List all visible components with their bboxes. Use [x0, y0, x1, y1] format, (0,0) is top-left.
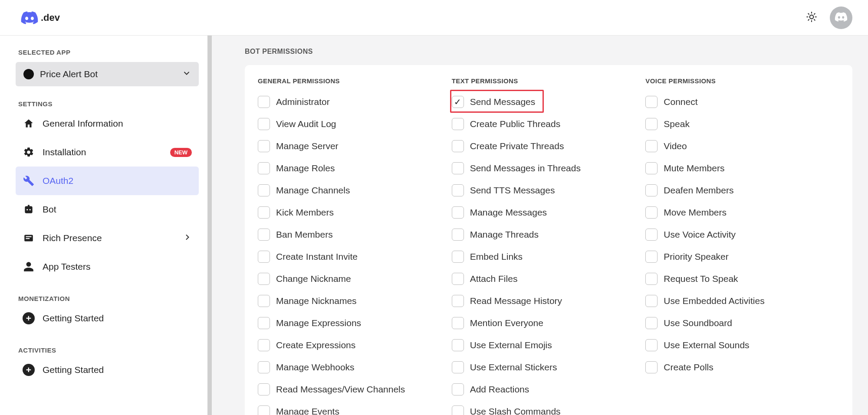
sidebar-item-oauth2[interactable]: OAuth2	[16, 167, 199, 195]
permission-row: Add Reactions	[452, 378, 646, 400]
permission-checkbox[interactable]	[645, 273, 658, 285]
permission-row: Use External Emojis	[452, 334, 646, 356]
discord-avatar-icon	[835, 12, 848, 23]
permission-row: Use Voice Activity	[645, 223, 839, 245]
app-testers-icon	[23, 261, 35, 273]
permission-checkbox[interactable]	[645, 295, 658, 307]
permission-row: Create Expressions	[258, 334, 452, 356]
permission-label: Use External Emojis	[470, 340, 552, 350]
permission-checkbox[interactable]	[452, 206, 464, 219]
permission-label: Connect	[664, 97, 697, 107]
permission-checkbox[interactable]	[258, 140, 270, 152]
permission-checkbox[interactable]	[258, 118, 270, 130]
permission-checkbox[interactable]	[645, 96, 658, 108]
permission-checkbox[interactable]	[258, 295, 270, 307]
permission-checkbox[interactable]	[258, 251, 270, 263]
permission-checkbox[interactable]	[258, 162, 270, 174]
sidebar-item-app-testers[interactable]: App Testers	[16, 252, 199, 281]
voice-permissions-column: VOICE PERMISSIONS ConnectSpeakVideoMute …	[645, 77, 839, 415]
permission-label: Send Messages in Threads	[470, 163, 581, 173]
svg-line-4	[814, 20, 815, 20]
permission-checkbox[interactable]	[452, 229, 464, 241]
theme-toggle-button[interactable]	[804, 10, 819, 26]
permission-row: Speak	[645, 113, 839, 135]
sidebar-item-installation[interactable]: InstallationNEW	[16, 138, 199, 167]
permission-checkbox[interactable]	[258, 96, 270, 108]
permission-checkbox[interactable]	[452, 184, 464, 196]
permission-checkbox[interactable]	[258, 184, 270, 196]
permission-checkbox[interactable]	[645, 361, 658, 373]
permission-checkbox[interactable]	[645, 140, 658, 152]
sidebar-scrollbar[interactable]	[207, 36, 212, 415]
sidebar-item-bot[interactable]: Bot	[16, 195, 199, 224]
permission-checkbox[interactable]	[645, 251, 658, 263]
permission-checkbox[interactable]	[452, 273, 464, 285]
permission-checkbox[interactable]	[258, 339, 270, 351]
installation-icon	[23, 146, 35, 158]
activities-label: ACTIVITIES	[16, 345, 199, 356]
app-icon	[23, 69, 34, 79]
permission-checkbox[interactable]	[452, 162, 464, 174]
selected-app-label: SELECTED APP	[16, 47, 199, 58]
permission-label: Add Reactions	[470, 384, 529, 395]
sidebar-item-rich-presence[interactable]: Rich Presence	[16, 224, 199, 252]
sidebar-item-getting-started-monetization[interactable]: +Getting Started	[16, 304, 199, 333]
permission-checkbox[interactable]	[258, 361, 270, 373]
permission-row: View Audit Log	[258, 113, 452, 135]
header-actions	[804, 7, 852, 29]
sidebar-item-label: Rich Presence	[43, 233, 102, 243]
permission-label: Manage Server	[276, 141, 339, 151]
sidebar-item-label: Getting Started	[43, 365, 104, 375]
permission-checkbox[interactable]	[258, 229, 270, 241]
permission-checkbox[interactable]	[452, 405, 464, 415]
permission-checkbox[interactable]	[645, 184, 658, 196]
sidebar-item-general-information[interactable]: General Information	[16, 109, 199, 138]
permission-checkbox[interactable]	[258, 317, 270, 329]
svg-rect-10	[26, 236, 32, 237]
permission-checkbox[interactable]	[645, 229, 658, 241]
permission-checkbox[interactable]	[258, 206, 270, 219]
app-selector[interactable]: Price Alert Bot	[16, 62, 199, 86]
permission-row: Create Polls	[645, 356, 839, 378]
permission-checkbox[interactable]	[452, 140, 464, 152]
permission-checkbox[interactable]	[645, 339, 658, 351]
permission-checkbox[interactable]	[452, 317, 464, 329]
permission-label: Use Voice Activity	[664, 229, 736, 240]
permission-checkbox[interactable]	[452, 118, 464, 130]
sidebar-item-label: Installation	[43, 147, 86, 157]
permission-checkbox[interactable]	[645, 206, 658, 219]
svg-rect-11	[26, 238, 30, 239]
logo[interactable]: .dev	[21, 11, 60, 24]
permission-label: Kick Members	[276, 207, 334, 218]
permission-row: Kick Members	[258, 201, 452, 223]
header: .dev	[0, 0, 868, 36]
permission-checkbox[interactable]	[452, 295, 464, 307]
permission-checkbox[interactable]	[452, 361, 464, 373]
permission-label: Speak	[664, 119, 690, 129]
permission-label: Priority Speaker	[664, 252, 728, 262]
general-permissions-column: GENERAL PERMISSIONS AdministratorView Au…	[258, 77, 452, 415]
permission-row: Use External Stickers	[452, 356, 646, 378]
permission-row: Manage Expressions	[258, 312, 452, 334]
svg-point-0	[810, 15, 814, 19]
permission-label: Manage Roles	[276, 163, 335, 173]
permission-checkbox[interactable]	[258, 273, 270, 285]
permission-checkbox[interactable]	[258, 405, 270, 415]
new-badge: NEW	[170, 148, 192, 157]
permission-checkbox[interactable]	[452, 96, 464, 108]
permission-row: Create Private Threads	[452, 135, 646, 157]
permission-checkbox[interactable]	[645, 118, 658, 130]
permission-checkbox[interactable]	[452, 251, 464, 263]
permission-checkbox[interactable]	[452, 339, 464, 351]
permission-checkbox[interactable]	[645, 317, 658, 329]
permission-checkbox[interactable]	[258, 383, 270, 395]
permission-label: Administrator	[276, 97, 330, 107]
permission-checkbox[interactable]	[452, 383, 464, 395]
permission-label: Request To Speak	[664, 274, 738, 284]
permission-row: Connect	[645, 91, 839, 113]
permissions-card: GENERAL PERMISSIONS AdministratorView Au…	[245, 65, 852, 415]
sidebar-item-getting-started-activities[interactable]: +Getting Started	[16, 356, 199, 384]
permission-checkbox[interactable]	[645, 162, 658, 174]
user-avatar-button[interactable]	[830, 7, 852, 29]
permission-label: Manage Events	[276, 406, 339, 415]
